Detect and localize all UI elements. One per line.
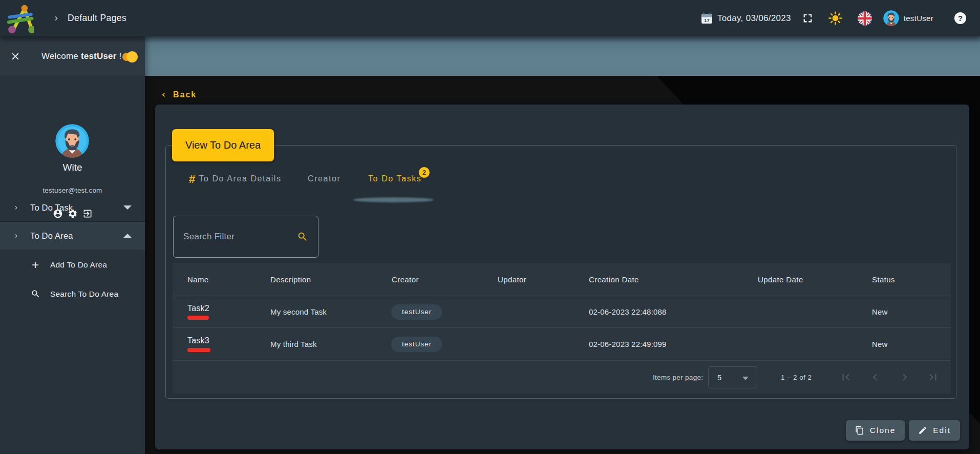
chevron-left-icon — [160, 90, 167, 99]
chevron-right-icon — [13, 233, 19, 239]
sidebar-item-label: To Do Area — [30, 231, 73, 241]
tab-bar: # To Do Area Details Creator To Do Tasks… — [166, 146, 956, 207]
column-header-name: Name — [187, 263, 209, 296]
tab-todo-area-details[interactable]: # To Do Area Details — [189, 174, 282, 186]
welcome-text: Welcome testUser ! — [41, 51, 121, 61]
theme-sun-icon[interactable] — [828, 11, 842, 25]
search-input[interactable] — [182, 231, 297, 242]
last-page-button[interactable] — [926, 370, 940, 384]
help-icon[interactable]: ? — [954, 12, 967, 25]
column-header-update-date: Update Date — [758, 263, 803, 296]
page-range-label: 1 – 2 of 2 — [781, 374, 812, 381]
task-name-link[interactable]: Task2 — [187, 296, 209, 327]
task-description: My third Task — [270, 328, 317, 360]
status-badge: New — [872, 328, 888, 360]
task-description: My second Task — [270, 296, 327, 327]
current-date: Today, 03/06/2023 — [717, 13, 791, 24]
red-underline — [187, 348, 210, 352]
sidebar-header: Welcome testUser ! — [0, 36, 145, 76]
next-page-button[interactable] — [898, 370, 911, 384]
tab-label: Creator — [308, 174, 341, 183]
hash-icon: # — [189, 173, 195, 186]
table-row: Task2 My second Task testUser 02-06-2023… — [173, 296, 951, 327]
detail-panel: View To Do Area # To Do Area Details Cre… — [155, 105, 969, 449]
search-icon — [31, 289, 40, 299]
profile-avatar — [55, 124, 89, 158]
table-row: Task3 My third Task testUser 02-06-2023 … — [173, 327, 951, 360]
sidebar-item-search-todo-area[interactable]: Search To Do Area — [0, 279, 145, 308]
sidebar-subitem-label: Search To Do Area — [50, 290, 118, 299]
previous-page-button[interactable] — [868, 370, 882, 384]
chevron-down-icon — [742, 377, 749, 380]
clone-label: Clone — [870, 426, 896, 435]
breadcrumb-chevron-icon — [52, 14, 60, 23]
copy-icon — [855, 426, 864, 435]
task-name-link[interactable]: Task3 — [187, 328, 210, 360]
creator-chip: testUser — [391, 337, 442, 352]
column-header-creation-date: Creation Date — [589, 263, 639, 296]
language-flag-icon[interactable] — [858, 11, 872, 26]
svg-text:?: ? — [958, 14, 963, 23]
sidebar-item-todo-area[interactable]: To Do Area — [0, 222, 145, 250]
clone-button[interactable]: Clone — [846, 420, 905, 441]
view-todo-area-button[interactable]: View To Do Area — [172, 129, 274, 161]
tab-count-badge[interactable]: 2 — [419, 167, 430, 178]
action-buttons: Clone Edit — [846, 420, 960, 441]
topbar-username[interactable]: testUser — [904, 14, 933, 23]
page-banner — [0, 36, 980, 76]
page-size-select[interactable]: 5 — [708, 366, 757, 388]
svg-text:17: 17 — [704, 18, 709, 23]
chevron-down-icon — [123, 205, 132, 210]
column-header-description: Description — [270, 263, 311, 296]
first-page-icon — [839, 370, 853, 384]
active-tab-indicator — [353, 197, 434, 202]
profile-name: Wite — [0, 162, 145, 173]
tab-label: To Do Tasks — [368, 174, 421, 183]
detail-card: # To Do Area Details Creator To Do Tasks… — [165, 145, 956, 399]
sidebar-item-todo-task[interactable]: To Do Task — [0, 194, 145, 221]
red-underline — [187, 316, 209, 320]
plus-icon: + — [32, 260, 39, 270]
sidebar: Welcome testUser ! — [0, 36, 145, 454]
tab-creator[interactable]: Creator — [308, 174, 341, 183]
sidebar-item-add-todo-area[interactable]: + Add To Do Area — [0, 250, 145, 279]
sidebar-item-label: To Do Task — [30, 203, 73, 213]
first-page-button[interactable] — [839, 370, 853, 384]
column-header-creator: Creator — [392, 263, 419, 296]
table-header: Name Description Creator Updator Creatio… — [173, 263, 951, 296]
creator-chip: testUser — [391, 304, 442, 320]
edit-button[interactable]: Edit — [909, 420, 960, 441]
tab-todo-tasks[interactable]: To Do Tasks — [368, 174, 421, 183]
back-label: Back — [173, 90, 197, 99]
calendar-icon: 17 — [700, 12, 713, 25]
date-display[interactable]: 17 Today, 03/06/2023 — [700, 12, 791, 25]
page-size-value: 5 — [717, 374, 721, 382]
items-per-page-label: Items per page: — [653, 374, 703, 381]
close-icon[interactable] — [10, 51, 21, 62]
column-header-updator: Updator — [498, 263, 526, 296]
tab-label: To Do Area Details — [199, 174, 281, 183]
status-badge: New — [872, 296, 888, 327]
search-filter-field — [173, 216, 318, 258]
chevron-right-icon — [13, 204, 19, 211]
edit-label: Edit — [933, 426, 951, 435]
chevron-left-icon — [868, 370, 882, 384]
app-logo[interactable] — [4, 3, 34, 34]
fullscreen-icon[interactable] — [802, 13, 813, 24]
column-header-status: Status — [872, 263, 895, 296]
theme-toggle[interactable] — [121, 50, 139, 63]
breadcrumb: Default Pages — [68, 13, 126, 24]
app-screen: Default Pages 17 Today, 03/06/2023 — [0, 0, 980, 454]
chevron-up-icon — [123, 234, 132, 238]
task-creation-date: 02-06-2023 22:48:088 — [589, 296, 667, 327]
sidebar-subitem-label: Add To Do Area — [50, 260, 107, 270]
user-avatar[interactable] — [883, 10, 899, 26]
pencil-icon — [918, 426, 927, 435]
toggle-front-dot — [126, 51, 138, 63]
last-page-icon — [926, 370, 940, 384]
search-icon[interactable] — [297, 231, 308, 242]
back-button[interactable]: Back — [160, 90, 197, 99]
paginator: Items per page: 5 1 – 2 of 2 — [173, 360, 951, 394]
chevron-right-icon — [898, 370, 911, 384]
task-creation-date: 02-06-2023 22:49:099 — [589, 328, 667, 360]
